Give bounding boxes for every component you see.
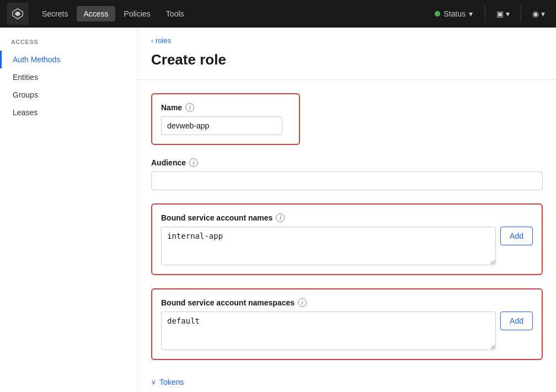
navbar-divider bbox=[485, 6, 485, 22]
name-field-group: Name i bbox=[151, 93, 300, 145]
svg-marker-1 bbox=[15, 11, 20, 16]
bound-names-field-group: Bound service account names i internal-a… bbox=[151, 203, 543, 275]
status-dot bbox=[435, 11, 440, 17]
terminal-button[interactable]: ▣ ▾ bbox=[492, 6, 514, 22]
main-layout: ACCESS Auth Methods Entities Groups Leas… bbox=[0, 28, 556, 392]
bound-namespaces-field-row: default Add bbox=[161, 312, 533, 350]
sidebar-item-groups[interactable]: Groups bbox=[0, 86, 137, 104]
nav-access[interactable]: Access bbox=[77, 6, 115, 22]
status-label: Status bbox=[443, 9, 466, 18]
bound-names-label: Bound service account names i bbox=[161, 213, 533, 222]
sidebar-item-auth-methods[interactable]: Auth Methods bbox=[0, 51, 137, 68]
sidebar-section-label: ACCESS bbox=[0, 39, 137, 51]
tokens-section: ∨ Tokens bbox=[151, 373, 543, 391]
sidebar: ACCESS Auth Methods Entities Groups Leas… bbox=[0, 28, 138, 392]
sidebar-item-entities[interactable]: Entities bbox=[0, 68, 137, 86]
sidebar-item-label-groups: Groups bbox=[13, 90, 38, 99]
bound-names-field-row: internal-app Add bbox=[161, 227, 533, 265]
main-content: ‹ roles Create role Name i Audience i bbox=[138, 28, 556, 392]
bound-names-add-button[interactable]: Add bbox=[500, 227, 533, 245]
bound-namespaces-info-icon[interactable]: i bbox=[298, 298, 307, 307]
user-icon: ◉ bbox=[532, 9, 539, 18]
bound-namespaces-label: Bound service account namespaces i bbox=[161, 298, 533, 307]
navbar-divider-2 bbox=[521, 6, 521, 22]
audience-info-icon[interactable]: i bbox=[189, 158, 198, 167]
breadcrumb: ‹ roles bbox=[138, 28, 556, 49]
audience-label: Audience i bbox=[151, 158, 543, 167]
audience-input[interactable] bbox=[151, 171, 543, 190]
name-label: Name i bbox=[161, 103, 290, 112]
sidebar-item-label-auth: Auth Methods bbox=[13, 55, 60, 64]
user-button[interactable]: ◉ ▾ bbox=[528, 6, 549, 22]
terminal-chevron-icon: ▾ bbox=[506, 9, 510, 18]
navbar: Secrets Access Policies Tools Status ▾ ▣… bbox=[0, 0, 556, 28]
tokens-toggle[interactable]: ∨ Tokens bbox=[151, 373, 543, 391]
nav-policies[interactable]: Policies bbox=[117, 6, 157, 22]
breadcrumb-link[interactable]: roles bbox=[156, 36, 171, 45]
terminal-icon: ▣ bbox=[496, 9, 504, 18]
tokens-label: Tokens bbox=[159, 378, 184, 386]
tokens-chevron-icon: ∨ bbox=[151, 378, 156, 386]
sidebar-item-leases[interactable]: Leases bbox=[0, 104, 137, 121]
user-chevron-icon: ▾ bbox=[541, 9, 545, 18]
audience-field-group: Audience i bbox=[151, 158, 543, 190]
status-button[interactable]: Status ▾ bbox=[429, 6, 478, 22]
nav-secrets[interactable]: Secrets bbox=[35, 6, 74, 22]
status-chevron-icon: ▾ bbox=[469, 9, 473, 18]
bound-names-textarea[interactable]: internal-app bbox=[161, 227, 496, 265]
breadcrumb-chevron-icon: ‹ bbox=[151, 37, 153, 45]
bound-namespaces-textarea[interactable]: default bbox=[161, 312, 496, 350]
sidebar-item-label-entities: Entities bbox=[13, 73, 38, 82]
sidebar-item-label-leases: Leases bbox=[13, 108, 38, 117]
name-info-icon[interactable]: i bbox=[185, 103, 194, 112]
bound-namespaces-add-button[interactable]: Add bbox=[500, 312, 533, 330]
bound-namespaces-field-group: Bound service account namespaces i defau… bbox=[151, 288, 543, 360]
nav-tools[interactable]: Tools bbox=[159, 6, 191, 22]
logo[interactable] bbox=[7, 3, 29, 25]
bound-names-info-icon[interactable]: i bbox=[276, 213, 285, 222]
form-content: Name i Audience i Bound service account … bbox=[138, 93, 556, 391]
page-title: Create role bbox=[138, 49, 556, 80]
name-input[interactable] bbox=[161, 116, 282, 135]
